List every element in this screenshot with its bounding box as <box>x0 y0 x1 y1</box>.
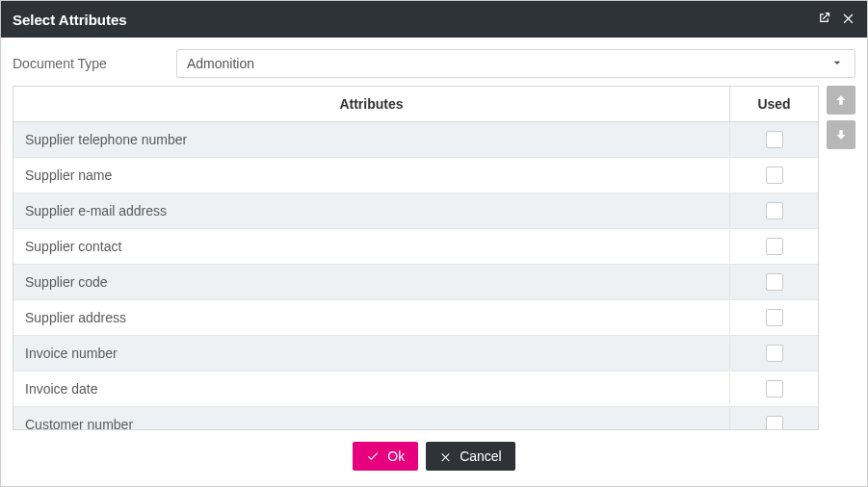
table-row[interactable]: Supplier telephone number <box>13 122 818 158</box>
used-checkbox[interactable] <box>766 345 783 362</box>
move-down-button[interactable] <box>827 120 855 149</box>
close-icon[interactable] <box>841 11 855 28</box>
move-up-button[interactable] <box>827 86 855 115</box>
table-row[interactable]: Invoice date <box>13 372 818 407</box>
popout-icon[interactable] <box>817 11 831 28</box>
table-row[interactable]: Supplier e-mail address <box>13 193 818 229</box>
used-checkbox[interactable] <box>766 202 783 219</box>
table-row[interactable]: Supplier code <box>13 265 818 300</box>
attribute-name: Supplier address <box>13 300 729 335</box>
attribute-name: Supplier name <box>13 158 729 192</box>
cancel-button-label: Cancel <box>460 449 502 464</box>
table-row[interactable]: Supplier name <box>13 158 818 193</box>
used-cell <box>729 123 818 156</box>
attribute-name: Supplier e-mail address <box>13 193 729 228</box>
reorder-buttons <box>827 86 855 430</box>
document-type-select[interactable]: Admonition <box>176 49 855 78</box>
used-cell <box>729 266 818 298</box>
cancel-button[interactable]: Cancel <box>426 442 515 471</box>
dialog-footer: Ok Cancel <box>1 430 867 486</box>
used-cell <box>729 194 818 227</box>
used-cell <box>729 301 818 334</box>
table-row[interactable]: Supplier address <box>13 300 818 336</box>
used-cell <box>729 372 818 405</box>
used-checkbox[interactable] <box>766 131 783 148</box>
check-icon <box>366 449 380 463</box>
select-attributes-dialog: Select Attributes Document Type Admoniti… <box>0 0 868 487</box>
table-row[interactable]: Supplier contact <box>13 229 818 265</box>
attribute-name: Invoice number <box>13 336 729 371</box>
used-cell <box>729 230 818 263</box>
dialog-body: Attributes Used Supplier telephone numbe… <box>1 86 867 430</box>
document-type-label: Document Type <box>13 56 167 71</box>
ok-button-label: Ok <box>387 449 405 464</box>
table-header: Attributes Used <box>13 87 818 122</box>
used-checkbox[interactable] <box>766 238 783 255</box>
attributes-table: Attributes Used Supplier telephone numbe… <box>13 86 819 430</box>
titlebar: Select Attributes <box>1 1 867 38</box>
attribute-name: Supplier telephone number <box>13 122 729 157</box>
titlebar-actions <box>817 11 855 28</box>
table-rows-scroll[interactable]: Supplier telephone numberSupplier nameSu… <box>13 122 818 429</box>
x-icon <box>439 450 452 463</box>
document-type-row: Document Type Admonition <box>1 38 867 86</box>
used-checkbox[interactable] <box>766 273 783 291</box>
table-row[interactable]: Customer number <box>13 407 818 429</box>
table-body: Supplier telephone numberSupplier nameSu… <box>13 122 818 429</box>
dialog-title: Select Attributes <box>13 12 127 28</box>
used-checkbox[interactable] <box>766 380 783 397</box>
col-header-used: Used <box>729 87 818 121</box>
attribute-name: Customer number <box>13 407 729 429</box>
attribute-name: Supplier code <box>13 265 729 299</box>
col-header-attributes: Attributes <box>13 87 729 121</box>
chevron-down-icon <box>829 55 845 73</box>
used-cell <box>729 408 818 429</box>
ok-button[interactable]: Ok <box>353 442 418 471</box>
attribute-name: Invoice date <box>13 372 729 406</box>
document-type-value: Admonition <box>187 56 254 71</box>
used-checkbox[interactable] <box>766 167 783 184</box>
table-row[interactable]: Invoice number <box>13 336 818 372</box>
used-checkbox[interactable] <box>766 416 783 429</box>
used-cell <box>729 159 818 192</box>
used-cell <box>729 337 818 370</box>
used-checkbox[interactable] <box>766 309 783 326</box>
attribute-name: Supplier contact <box>13 229 729 264</box>
